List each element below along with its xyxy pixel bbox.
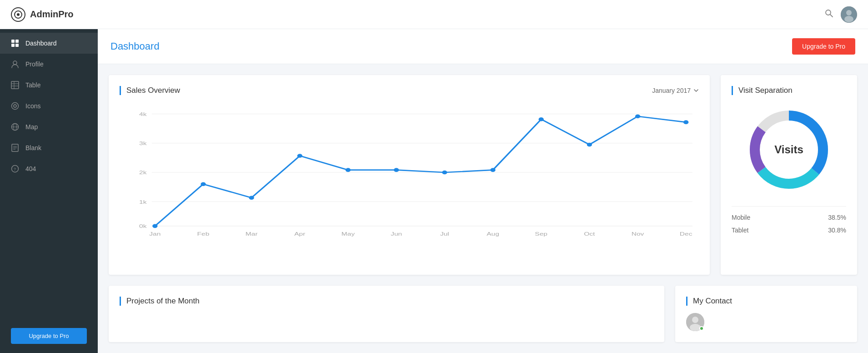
sidebar-item-icons[interactable]: Icons [0, 96, 98, 116]
svg-text:Sep: Sep [535, 231, 547, 237]
svg-point-60 [683, 120, 688, 124]
svg-point-2 [826, 10, 831, 15]
mobile-value: 38.5% [828, 214, 846, 221]
svg-point-54 [394, 168, 399, 172]
month-selector[interactable]: January 2017 [652, 87, 699, 94]
top-header: AdminPro [0, 0, 868, 29]
page-title: Dashboard [110, 40, 160, 52]
svg-text:Nov: Nov [632, 231, 644, 237]
contact-avatar-row [686, 313, 846, 331]
svg-rect-9 [11, 44, 15, 47]
sidebar-label-icons: Icons [25, 102, 40, 110]
visit-stat-mobile: Mobile 38.5% [732, 214, 846, 221]
visit-stats: Mobile 38.5% Tablet 30.8% [732, 206, 846, 234]
svg-point-59 [635, 115, 640, 119]
chevron-down-icon [693, 88, 699, 93]
tablet-label: Tablet [732, 227, 748, 234]
svg-point-5 [846, 10, 852, 15]
svg-point-56 [490, 168, 495, 172]
sidebar-label-blank: Blank [25, 144, 41, 151]
svg-text:0k: 0k [139, 223, 147, 229]
projects-card: Projects of the Month [109, 286, 664, 342]
svg-text:3k: 3k [139, 141, 147, 146]
search-icon [824, 9, 833, 18]
month-label: January 2017 [652, 87, 691, 94]
grid-icon [11, 39, 19, 47]
tablet-value: 30.8% [828, 227, 846, 234]
svg-text:Jan: Jan [149, 231, 161, 237]
svg-text:?: ? [14, 167, 16, 171]
donut-chart-container: Visits [732, 104, 846, 195]
table-icon [11, 81, 19, 89]
svg-text:Jul: Jul [440, 231, 449, 237]
visit-stat-tablet: Tablet 30.8% [732, 227, 846, 234]
visit-title: Visit Separation [732, 86, 846, 95]
svg-text:Mar: Mar [246, 231, 258, 237]
sales-title: Sales Overview [120, 86, 180, 95]
page-header: Dashboard Upgrade to Pro [98, 29, 868, 64]
donut-center-label: Visits [774, 143, 803, 156]
main-content: Dashboard Upgrade to Pro Sales Overview … [98, 29, 868, 353]
bottom-section: Projects of the Month My Contact [98, 286, 868, 353]
header-actions [824, 6, 857, 23]
svg-point-50 [201, 182, 206, 186]
svg-point-17 [14, 105, 16, 107]
circle-icon [11, 102, 19, 110]
visit-separation-card: Visit Separation Visits [721, 75, 857, 275]
svg-point-6 [844, 16, 853, 22]
upgrade-pro-button[interactable]: Upgrade to Pro [792, 38, 855, 55]
sidebar: Dashboard Profile Table [0, 29, 98, 353]
online-indicator [699, 326, 704, 331]
sidebar-item-404[interactable]: ? 404 [0, 158, 98, 179]
sales-card-header: Sales Overview January 2017 [120, 86, 699, 95]
svg-text:Feb: Feb [197, 231, 210, 237]
svg-rect-10 [15, 44, 19, 47]
logo-icon [11, 7, 25, 22]
contact-card: My Contact [675, 286, 857, 342]
search-button[interactable] [824, 9, 833, 20]
svg-text:Jun: Jun [391, 231, 402, 237]
svg-rect-8 [15, 40, 19, 43]
svg-point-51 [249, 196, 254, 200]
sales-chart: 4k 3k 2k 1k 0k Jan Feb Mar Apr May Jun J… [120, 104, 699, 241]
sidebar-label-profile: Profile [25, 61, 44, 68]
book-icon [11, 144, 19, 152]
sidebar-item-table[interactable]: Table [0, 75, 98, 96]
svg-point-11 [13, 61, 17, 65]
svg-point-66 [692, 317, 698, 323]
svg-point-55 [442, 171, 447, 175]
svg-text:Oct: Oct [584, 231, 595, 237]
svg-rect-7 [11, 40, 15, 43]
svg-text:Aug: Aug [487, 231, 499, 237]
logo-area: AdminPro [11, 7, 824, 22]
projects-title: Projects of the Month [120, 297, 653, 306]
sidebar-upgrade-area: Upgrade to Pro [0, 319, 98, 353]
svg-point-58 [587, 143, 592, 147]
logo-text: AdminPro [30, 9, 74, 20]
sidebar-nav: Dashboard Profile Table [0, 33, 98, 319]
avatar[interactable] [841, 6, 857, 23]
content-area: Sales Overview January 2017 [98, 64, 868, 286]
svg-text:2k: 2k [139, 170, 147, 176]
sidebar-label-map: Map [25, 123, 38, 131]
svg-text:4k: 4k [139, 111, 147, 117]
sidebar-item-profile[interactable]: Profile [0, 54, 98, 75]
svg-text:May: May [341, 231, 355, 237]
sidebar-item-blank[interactable]: Blank [0, 137, 98, 158]
person-icon [11, 60, 19, 68]
svg-point-49 [152, 224, 157, 228]
svg-text:1k: 1k [139, 199, 147, 205]
svg-point-16 [12, 103, 19, 110]
svg-point-53 [346, 168, 351, 172]
contact-title: My Contact [686, 297, 846, 306]
svg-rect-12 [11, 81, 19, 89]
sidebar-item-map[interactable]: Map [0, 116, 98, 137]
sidebar-upgrade-button[interactable]: Upgrade to Pro [11, 328, 87, 344]
contact-avatar [686, 313, 704, 331]
sidebar-item-dashboard[interactable]: Dashboard [0, 33, 98, 54]
svg-point-57 [539, 117, 544, 121]
svg-line-3 [830, 15, 833, 17]
svg-point-1 [17, 13, 20, 16]
sidebar-label-dashboard: Dashboard [25, 40, 57, 47]
svg-point-52 [297, 154, 302, 158]
